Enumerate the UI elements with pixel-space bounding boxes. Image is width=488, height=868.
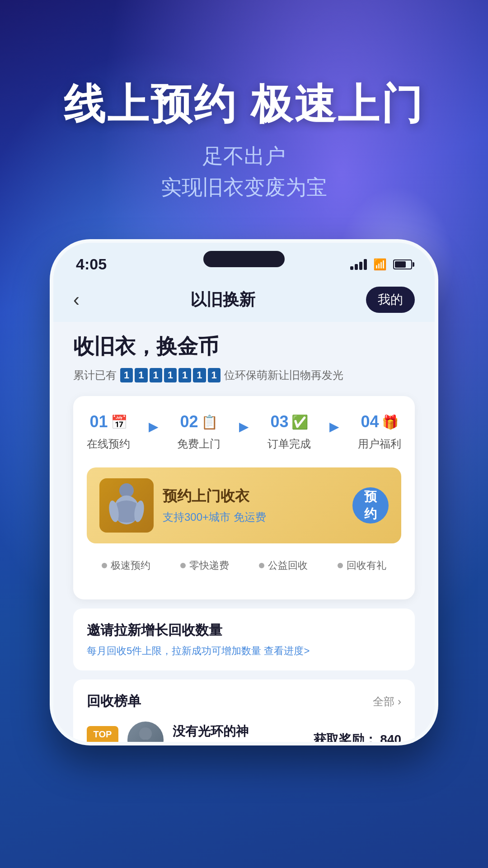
status-icons: 📶 [350,258,412,271]
check-icon: ✅ [291,414,308,430]
nav-bar: ‹ 以旧换新 我的 [53,278,435,322]
step-1: 01 📅 在线预约 [87,412,130,451]
calendar-icon: 📅 [111,414,127,430]
banner-illustration [99,478,154,533]
clipboard-icon: 📋 [201,414,218,430]
svg-point-4 [139,727,152,740]
my-button[interactable]: 我的 [366,287,415,313]
leaderboard-section: 回收榜单 全部 › TOP 1 [73,679,415,742]
arrow-1: ▶ [149,419,159,434]
step-2-label: 免费上门 [177,437,221,451]
rank-name-1: 没有光环的神 [173,723,305,740]
phone-container: 4:05 📶 [50,239,438,745]
feature-1: 极速预约 [102,559,150,572]
page-heading: 收旧衣，换金币 [73,333,415,361]
feature-dot-1 [102,563,107,568]
step-4-label: 用户福利 [358,437,401,451]
invite-section: 邀请拉新增长回收数量 每月回收5件上限，拉新成功可增加数量 查看进度> [73,609,415,670]
gift-icon: 🎁 [382,414,399,430]
steps-card: 01 📅 在线预约 ▶ 02 📋 [73,396,415,599]
count-prefix: 累计已有 [73,368,117,382]
invite-title: 邀请拉新增长回收数量 [87,621,401,640]
appointment-button[interactable]: 预约 [352,487,389,524]
digit-1: 1 [120,368,133,382]
banner-content: 预约上门收衣 支持300+城市 免运费 [163,486,343,524]
feature-3: 公益回收 [259,559,308,572]
status-bar: 4:05 📶 [53,243,435,278]
feature-4: 回收有礼 [338,559,386,572]
banner-subtitle: 支持300+城市 免运费 [163,510,343,524]
feature-2: 零快递费 [180,559,229,572]
digit-5: 1 [178,368,191,382]
feature-dot-2 [180,563,186,568]
count-badges: 1 1 1 1 1 1 1 [120,368,221,382]
rank-item-1: TOP 1 没有光环的神 捐赠件数：56件 [87,722,401,742]
signal-icon [350,259,367,270]
digit-3: 1 [150,368,162,382]
digit-4: 1 [164,368,177,382]
nav-title: 以旧换新 [190,289,255,311]
person-svg [108,481,145,530]
step-3-label: 订单完成 [267,437,311,451]
main-title: 线上预约 极速上门 [64,81,424,127]
battery-icon [393,259,412,269]
arrow-2: ▶ [239,419,249,434]
phone-frame: 4:05 📶 [50,239,438,745]
hero-section: 线上预约 极速上门 足不出户 实现旧衣变废为宝 [37,81,451,203]
appointment-banner: 预约上门收衣 支持300+城市 免运费 预约 [87,467,401,543]
digit-7: 1 [208,368,221,382]
wifi-icon: 📶 [373,258,387,271]
digit-6: 1 [193,368,206,382]
battery-fill [395,261,406,268]
feature-dot-4 [338,563,343,568]
digit-2: 1 [135,368,147,382]
arrow-3: ▶ [329,419,339,434]
feature-dot-3 [259,563,264,568]
steps-row: 01 📅 在线预约 ▶ 02 📋 [87,412,401,451]
rank-avatar-1 [127,722,164,742]
step-2: 02 📋 免费上门 [177,412,221,451]
count-suffix: 位环保萌新让旧物再发光 [224,368,343,382]
dynamic-island [203,251,285,267]
user-count-row: 累计已有 1 1 1 1 1 1 1 位环保萌新让旧物再发光 [73,368,415,382]
leaderboard-title: 回收榜单 [87,692,141,711]
step-4: 04 🎁 用户福利 [358,412,401,451]
rank-info-1: 没有光环的神 捐赠件数：56件 [173,723,305,742]
invite-desc: 每月回收5件上限，拉新成功可增加数量 查看进度> [87,644,401,658]
rank-badge-1: TOP 1 [87,726,118,742]
step-3: 03 ✅ 订单完成 [267,412,311,451]
phone-screen: 4:05 📶 [53,243,435,742]
svg-point-5 [136,740,155,742]
back-button[interactable]: ‹ [73,289,80,311]
leaderboard-all-link[interactable]: 全部 › [373,694,401,709]
step-1-label: 在线预约 [87,437,130,451]
rank-reward-1: 获取奖励： 840 [314,731,402,742]
status-time: 4:05 [76,255,107,273]
banner-title: 预约上门收衣 [163,486,343,506]
invite-link[interactable]: 查看进度> [264,645,310,656]
sub-title: 足不出户 实现旧衣变废为宝 [64,141,424,203]
features-row: 极速预约 零快递费 公益回收 [87,554,401,583]
page-content: 线上预约 极速上门 足不出户 实现旧衣变废为宝 4:05 [0,0,488,868]
leaderboard-header: 回收榜单 全部 › [87,692,401,711]
